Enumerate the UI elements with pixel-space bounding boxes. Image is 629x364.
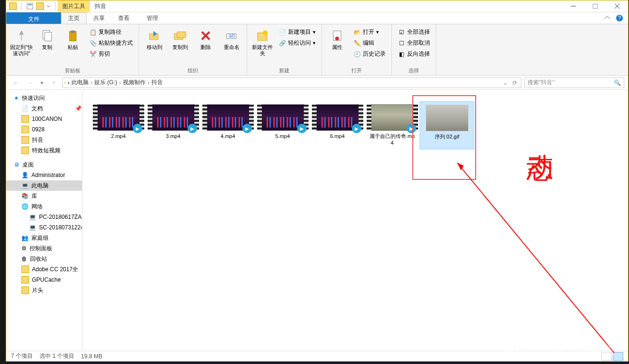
sidebar-item-folder[interactable]: 抖音: [6, 135, 82, 145]
sidebar-net-pc[interactable]: 💻SC-201807312245: [6, 222, 82, 233]
file-thumbnail: [426, 105, 469, 131]
sidebar-library[interactable]: 📚库: [6, 191, 82, 201]
file-thumbnail: ▶: [316, 104, 359, 131]
file-item[interactable]: ▶4.mp4: [200, 101, 255, 149]
search-input[interactable]: 搜索"抖音" 🔍: [524, 78, 624, 88]
address-dropdown-icon[interactable]: ⌄: [501, 79, 509, 86]
file-name: 属于自己的传奇.mp4: [369, 133, 416, 147]
copy-to-button[interactable]: 复制到: [169, 26, 191, 50]
refresh-icon[interactable]: ⟳: [510, 79, 519, 86]
file-item[interactable]: 序列 02.gif: [419, 101, 474, 149]
file-name: 3.mp4: [166, 133, 180, 139]
sidebar-homegroup[interactable]: 👥家庭组: [6, 233, 82, 243]
crumb-this-pc[interactable]: 此电脑›: [71, 79, 92, 87]
easy-access-button[interactable]: 🔗轻松访问 ▾: [277, 38, 318, 48]
svg-rect-11: [71, 30, 75, 33]
minimize-button[interactable]: [562, 0, 584, 12]
open-button[interactable]: 📂打开 ▾: [351, 27, 388, 37]
copy-path-button[interactable]: 📋复制路径: [87, 27, 135, 37]
collapse-ribbon-icon[interactable]: [604, 15, 610, 21]
qat-properties-icon[interactable]: [27, 3, 33, 10]
svg-rect-9: [45, 32, 51, 41]
sidebar-admin[interactable]: 👤Administrator: [6, 170, 82, 180]
tab-manage[interactable]: 管理: [140, 12, 165, 24]
delete-button[interactable]: 删除: [194, 26, 217, 50]
folder-icon: [9, 2, 17, 10]
file-name: 4.mp4: [220, 133, 235, 139]
sidebar-this-pc[interactable]: 💻此电脑: [6, 180, 82, 191]
crumb-folder1[interactable]: 视频制作›: [123, 79, 150, 87]
paste-shortcut-button[interactable]: 📎粘贴快捷方式: [87, 38, 135, 48]
file-list[interactable]: ▶2.mp4▶3.mp4▶4.mp4▶5.mp4▶6.mp4▶属于自己的传奇.m…: [82, 90, 628, 351]
close-button[interactable]: [606, 0, 628, 12]
new-folder-button[interactable]: 新建文件夹: [251, 26, 274, 57]
tab-home[interactable]: 主页: [61, 12, 87, 24]
sidebar-network[interactable]: 🌐网络: [6, 201, 82, 212]
file-thumbnail: ▶: [371, 104, 414, 131]
sidebar-item-folder[interactable]: 片头: [6, 285, 82, 295]
svg-rect-1: [28, 4, 32, 5]
forward-button[interactable]: →: [24, 77, 36, 89]
file-thumbnail: ▶: [152, 104, 195, 131]
rename-button[interactable]: ab重命名: [220, 26, 243, 50]
history-button[interactable]: 🕘历史记录: [351, 49, 388, 59]
file-thumbnail: ▶: [97, 104, 140, 131]
svg-rect-0: [27, 3, 33, 9]
watermark: 头条号 / 林子影视吧: [503, 343, 615, 358]
crumb-folder2[interactable]: 抖音: [151, 79, 163, 87]
file-thumbnail: ▶: [207, 104, 250, 131]
sidebar-recycle[interactable]: 🗑回收站: [6, 254, 82, 264]
svg-text:ab: ab: [229, 32, 235, 39]
select-all-button[interactable]: ☑全部选择: [396, 27, 432, 37]
sidebar-item-folder[interactable]: Adobe CC 2017全: [6, 264, 82, 275]
qat-open-icon[interactable]: [36, 2, 44, 10]
back-button[interactable]: ←: [10, 77, 21, 89]
sidebar-item-folder[interactable]: 0928: [6, 124, 82, 135]
file-name: 2.mp4: [111, 133, 126, 139]
svg-rect-14: [177, 32, 186, 38]
file-item[interactable]: ▶2.mp4: [91, 101, 146, 149]
sidebar-item-folder[interactable]: 特效短视频: [6, 145, 82, 156]
sidebar-item-documents[interactable]: 📄文档📌: [6, 103, 82, 114]
status-count: 7 个项目: [11, 352, 33, 360]
group-organize: 组织: [143, 66, 243, 74]
file-item[interactable]: ▶3.mp4: [146, 101, 200, 149]
edit-button[interactable]: ✏️编辑: [351, 38, 388, 48]
tab-view[interactable]: 查看: [111, 12, 136, 24]
file-item[interactable]: ▶5.mp4: [255, 101, 310, 149]
sidebar-quick-access[interactable]: ★快速访问: [6, 93, 82, 103]
address-bar[interactable]: › 此电脑› 娱乐 (G:)› 视频制作› 抖音 ⌄ ⟳: [62, 78, 521, 88]
file-name: 序列 02.gif: [435, 133, 459, 140]
sidebar-item-folder[interactable]: GPUCache: [6, 275, 82, 285]
properties-button[interactable]: 属性: [326, 26, 349, 50]
status-size: 19.8 MB: [81, 353, 102, 360]
select-none-button[interactable]: ☐全部取消: [396, 38, 432, 48]
new-item-button[interactable]: 📄新建项目 ▾: [277, 27, 318, 37]
tab-file[interactable]: 文件: [6, 12, 61, 24]
sidebar-desktop[interactable]: 🖥桌面: [6, 159, 82, 170]
pin-quick-access-button[interactable]: 固定到"快速访问": [10, 26, 33, 57]
file-item[interactable]: ▶6.mp4: [310, 101, 365, 149]
cut-button[interactable]: ✂️剪切: [87, 49, 135, 59]
file-item[interactable]: ▶属于自己的传奇.mp4: [365, 101, 419, 149]
invert-selection-button[interactable]: ◧反向选择: [396, 49, 432, 59]
svg-text:?: ?: [618, 15, 621, 21]
group-select: 选择: [396, 66, 432, 74]
sidebar-control-panel[interactable]: ⚙控制面板: [6, 243, 82, 254]
sidebar-net-pc[interactable]: 💻PC-20180617ZAS: [6, 212, 82, 222]
recent-dropdown[interactable]: ▾: [39, 77, 45, 89]
maximize-button[interactable]: [584, 0, 606, 12]
sidebar-item-folder[interactable]: 100CANON: [6, 114, 82, 124]
copy-button[interactable]: 复制: [36, 26, 59, 50]
title-bar: 图片工具 抖音: [6, 0, 628, 12]
help-icon[interactable]: ?: [616, 14, 623, 22]
paste-button[interactable]: 粘贴: [61, 26, 84, 50]
crumb-drive[interactable]: 娱乐 (G:)›: [94, 79, 121, 87]
ribbon-tabs: 文件 主页 共享 查看 管理 ?: [6, 12, 628, 24]
tab-share[interactable]: 共享: [87, 12, 111, 24]
move-to-button[interactable]: 移动到: [143, 26, 166, 50]
svg-point-22: [335, 37, 339, 40]
up-button[interactable]: ↑: [48, 77, 60, 89]
ribbon: 固定到"快速访问" 复制 粘贴 📋复制路径 📎粘贴快捷方式 ✂️剪切 剪贴板: [6, 24, 628, 76]
qat-dropdown-icon[interactable]: [47, 3, 50, 10]
